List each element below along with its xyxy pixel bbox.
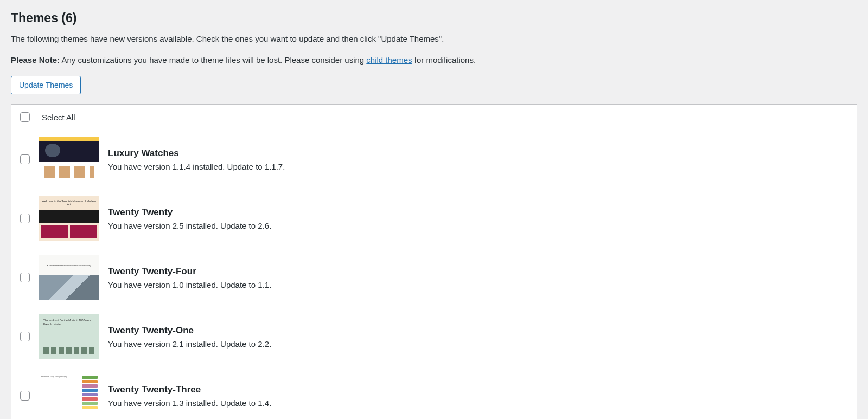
thumb-text: Mindblown: a blog about philosophy: [39, 373, 81, 418]
theme-name: Twenty Twenty: [108, 207, 848, 218]
theme-version-text: You have version 1.0 installed. Update t…: [108, 280, 848, 289]
select-all-checkbox[interactable]: [20, 112, 30, 122]
theme-version-text: You have version 2.1 installed. Update t…: [108, 339, 848, 349]
theme-version-text: You have version 1.1.4 installed. Update…: [108, 162, 848, 171]
theme-checkbox[interactable]: [20, 391, 30, 401]
theme-info: Luxury Watches You have version 1.1.4 in…: [108, 148, 848, 171]
theme-thumbnail: The works of Berthe Morisot, 1800s-era F…: [39, 314, 99, 359]
thumb-text: Welcome to the Swedish Museum of Modern …: [39, 196, 99, 210]
themes-note: Please Note: Any customizations you have…: [11, 54, 857, 67]
theme-row: Welcome to the Swedish Museum of Modern …: [11, 189, 857, 248]
theme-row: Mindblown: a blog about philosophy Twent…: [11, 366, 857, 419]
note-prefix: Please Note:: [11, 55, 60, 65]
theme-thumbnail: [39, 137, 99, 182]
note-text-before: Any customizations you have made to them…: [60, 55, 366, 65]
note-text-after: for modifications.: [412, 55, 476, 65]
theme-thumbnail: Welcome to the Swedish Museum of Modern …: [39, 196, 99, 241]
thumb-text: A commitment to innovation and sustainab…: [39, 255, 99, 275]
theme-checkbox[interactable]: [20, 154, 30, 164]
child-themes-link[interactable]: child themes: [366, 55, 412, 65]
theme-checkbox[interactable]: [20, 214, 30, 223]
theme-row: The works of Berthe Morisot, 1800s-era F…: [11, 307, 857, 366]
theme-info: Twenty Twenty You have version 2.5 insta…: [108, 207, 848, 230]
theme-checkbox[interactable]: [20, 273, 30, 282]
update-themes-button[interactable]: Update Themes: [11, 76, 81, 94]
thumb-text: The works of Berthe Morisot, 1800s-era F…: [43, 319, 94, 347]
theme-thumbnail: A commitment to innovation and sustainab…: [39, 255, 99, 300]
theme-checkbox[interactable]: [20, 332, 30, 341]
theme-info: Twenty Twenty-Three You have version 1.3…: [108, 384, 848, 408]
theme-row: A commitment to innovation and sustainab…: [11, 248, 857, 307]
theme-info: Twenty Twenty-Four You have version 1.0 …: [108, 266, 848, 289]
theme-name: Luxury Watches: [108, 148, 848, 159]
theme-name: Twenty Twenty-Three: [108, 384, 848, 395]
page-title: Themes (6): [11, 11, 857, 25]
theme-row: Luxury Watches You have version 1.1.4 in…: [11, 130, 857, 189]
theme-thumbnail: Mindblown: a blog about philosophy: [39, 373, 99, 418]
themes-table: Select All Luxury Watches You have versi…: [11, 104, 857, 419]
theme-version-text: You have version 1.3 installed. Update t…: [108, 398, 848, 408]
theme-version-text: You have version 2.5 installed. Update t…: [108, 221, 848, 230]
table-header-row: Select All: [11, 105, 857, 130]
theme-name: Twenty Twenty-One: [108, 325, 848, 336]
select-all-label[interactable]: Select All: [42, 113, 75, 122]
theme-name: Twenty Twenty-Four: [108, 266, 848, 277]
themes-description: The following themes have new versions a…: [11, 33, 857, 46]
theme-info: Twenty Twenty-One You have version 2.1 i…: [108, 325, 848, 349]
